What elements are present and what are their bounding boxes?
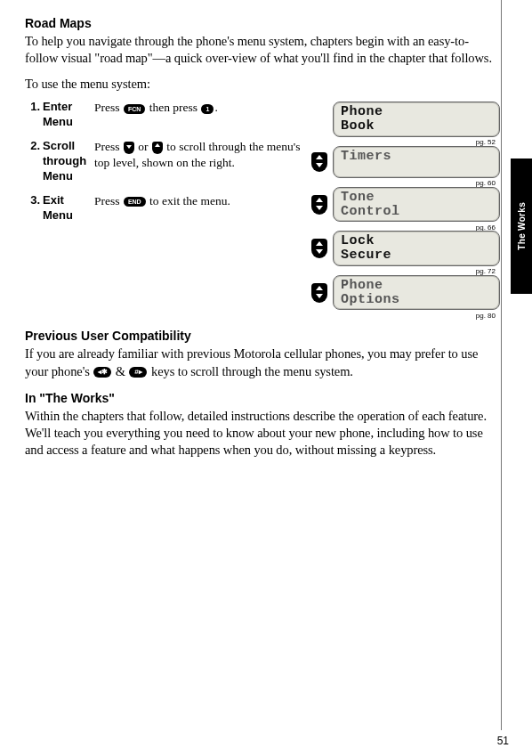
step-desc: Press FCN then press 1.: [94, 100, 301, 130]
scroll-nav-icon: [311, 283, 327, 303]
step-label: Exit Menu: [43, 193, 94, 224]
side-tab: The Works: [511, 159, 532, 294]
screen-line: Timers: [341, 150, 492, 164]
roadmap-diagram: Phone Book pg. 52 Timers pg. 60 Tone Con…: [311, 100, 500, 313]
roadmap-screen-lock-secure: Lock Secure pg. 72: [333, 231, 500, 266]
fcn-key-icon: FCN: [124, 104, 145, 114]
star-key-icon: ◂✱: [93, 367, 111, 378]
step-desc: Press END to exit the menu.: [94, 193, 301, 224]
screen-line: Tone: [341, 191, 492, 205]
roadmap-row: Tone Control pg. 66: [311, 187, 500, 223]
roadmaps-lead: To use the menu system:: [25, 76, 500, 93]
roadmap-row: Phone Options pg. 80: [311, 275, 500, 311]
step-num: 1.: [25, 100, 43, 130]
steps-list: 1. Enter Menu Press FCN then press 1. 2.…: [25, 100, 301, 313]
step-text: or: [135, 140, 151, 153]
step-label: Enter Menu: [43, 100, 94, 130]
compat-amp: &: [112, 364, 128, 378]
end-key-icon: END: [124, 197, 146, 207]
step-text: Press: [94, 140, 123, 153]
roadmaps-intro: To help you navigate through the phone's…: [25, 33, 500, 67]
step-num: 3.: [25, 193, 43, 224]
step-row: 2. Scroll through Menu Press or to scrol…: [25, 139, 301, 184]
roadmap-screen-timers: Timers pg. 60: [333, 146, 500, 178]
roadmaps-title: Road Maps: [25, 16, 500, 30]
screen-line: Book: [341, 119, 492, 134]
step-text: Press: [94, 194, 123, 207]
screen-line: Secure: [341, 248, 492, 263]
hash-key-icon: #▸: [129, 367, 147, 378]
step-row: 1. Enter Menu Press FCN then press 1.: [25, 100, 301, 130]
step-text: Press: [94, 101, 123, 114]
works-body: Within the chapters that follow, detaile…: [25, 408, 500, 459]
roadmap-row: Lock Secure pg. 72: [311, 231, 500, 266]
screen-line: Lock: [341, 234, 492, 248]
screen-line: Phone: [341, 105, 492, 119]
page-number: 51: [497, 735, 509, 747]
step-text: .: [214, 101, 217, 114]
step-text: then press: [146, 101, 200, 114]
step-row: 3. Exit Menu Press END to exit the menu.: [25, 193, 301, 224]
scroll-nav-icon: [311, 152, 327, 172]
compat-title: Previous User Compatibility: [25, 329, 500, 343]
step-label: Scroll through Menu: [43, 139, 94, 184]
page-ref: pg. 80: [476, 313, 496, 320]
step-num: 2.: [25, 139, 43, 184]
roadmap-screen-phone-options: Phone Options pg. 80: [333, 275, 500, 311]
roadmap-screen-tone-control: Tone Control pg. 66: [333, 187, 500, 223]
scroll-nav-icon: [311, 195, 327, 215]
screen-line: Phone: [341, 279, 492, 293]
roadmap-screen-phone-book: Phone Book pg. 52: [333, 102, 500, 137]
vertical-divider: [501, 0, 502, 730]
screen-line: Control: [341, 205, 492, 219]
roadmap-row: Timers pg. 60: [311, 146, 500, 178]
scroll-down-key-icon: [124, 142, 134, 154]
works-title: In "The Works": [25, 391, 500, 405]
step-desc: Press or to scroll through the menu's to…: [94, 139, 301, 184]
scroll-up-key-icon: [152, 142, 163, 154]
side-tab-label: The Works: [517, 202, 527, 250]
compat-text: keys to scroll through the menu system.: [148, 364, 352, 378]
step-text: to exit the menu.: [147, 194, 230, 207]
roadmap-row: Phone Book pg. 52: [311, 102, 500, 137]
compat-body: If you are already familiar with previou…: [25, 345, 500, 379]
scroll-nav-icon: [311, 239, 327, 258]
screen-line: Options: [341, 293, 492, 307]
one-key-icon: 1: [201, 104, 214, 114]
